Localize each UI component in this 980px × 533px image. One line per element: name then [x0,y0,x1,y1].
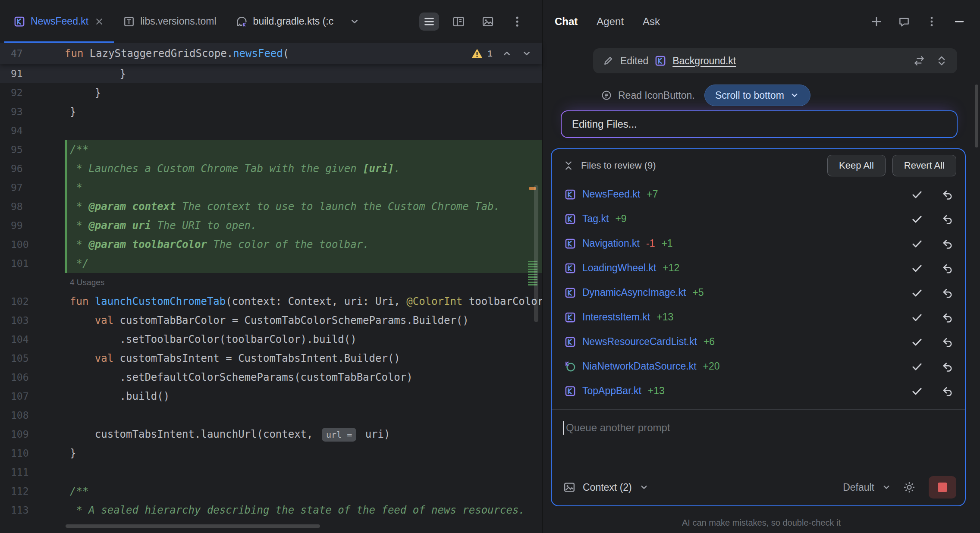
revert-file-button[interactable] [942,336,954,348]
editor-horizontal-scrollbar[interactable] [66,524,320,528]
revert-all-button[interactable]: Revert All [892,155,956,176]
sticky-code-line[interactable]: 47 fun LazyStaggeredGridScope.newsFeed( … [0,43,542,64]
expand-card-icon[interactable] [936,55,948,67]
read-file-row[interactable]: Read IconButton. [601,85,695,105]
file-row[interactable]: LoadingWheel.kt+12 [552,256,965,280]
revert-file-button[interactable] [942,385,954,397]
code-line-101[interactable]: 101 */ [0,254,542,273]
keep-file-button[interactable] [911,361,923,373]
chevron-down-icon[interactable] [639,482,649,492]
code-line-91[interactable]: 91 } [0,64,542,83]
revert-file-button[interactable] [942,238,954,250]
file-row[interactable]: NewsResourceCardList.kt+6 [552,329,965,354]
code-line-99[interactable]: 99 * @param uri The URI to open. [0,216,542,235]
file-name-link[interactable]: NiaNetworkDataSource.kt [582,361,697,372]
tab-build-gradle[interactable]: build.gradle.kts (:c [226,0,343,43]
revert-file-button[interactable] [942,361,954,373]
new-chat-icon[interactable] [870,16,883,28]
file-row[interactable]: Tag.kt+9 [552,207,965,231]
edited-file-link[interactable]: Background.kt [672,55,736,67]
code-line-100[interactable]: 100 * @param toolbarColor The color of t… [0,235,542,254]
code-line-98[interactable]: 98 * @param context The context to use t… [0,197,542,216]
file-name-link[interactable]: Tag.kt [582,213,609,225]
code-line-95[interactable]: 95/** [0,140,542,159]
usages-label[interactable]: 4 Usages [65,273,104,292]
code-line-102[interactable]: 102fun launchCustomChromeTab(context: Co… [0,292,542,311]
code-line-106[interactable]: 106 .setDefaultColorSchemeParams(customT… [0,368,542,387]
tab-agent[interactable]: Agent [597,16,624,28]
context-selector[interactable]: Context (2) [583,482,632,493]
attach-image-icon[interactable] [563,481,576,494]
keep-file-button[interactable] [911,238,923,250]
file-row[interactable]: NewsFeed.kt+7 [552,182,965,207]
code-line-109[interactable]: 109 customTabsIntent.launchUrl(context, … [0,425,542,444]
editor-vertical-scrollbar[interactable] [534,185,538,322]
keep-file-button[interactable] [911,188,923,201]
collapse-panel-icon[interactable] [563,160,574,171]
code-line-112[interactable]: 112/** [0,482,542,501]
code-line-97[interactable]: 97 * [0,178,542,197]
revert-file-button[interactable] [942,287,954,299]
tab-ask[interactable]: Ask [643,16,660,28]
revert-file-button[interactable] [942,213,954,225]
prompt-input[interactable]: Queue another prompt [552,410,965,435]
editor-list-view-button[interactable] [419,13,439,31]
tab-libs-versions[interactable]: libs.versions.toml [114,0,226,43]
keep-file-button[interactable] [911,385,923,397]
scroll-to-bottom-button[interactable]: Scroll to bottom [704,85,810,106]
file-name-link[interactable]: LoadingWheel.kt [582,262,656,274]
code-line-107[interactable]: 107 .build() [0,387,542,406]
code-line-113[interactable]: 113 * A sealed hierarchy describing the … [0,501,542,520]
code-line-105[interactable]: 105 val customTabsIntent = CustomTabsInt… [0,349,542,368]
code-line-92[interactable]: 92 } [0,83,542,102]
usages-hint[interactable]: 4 Usages [0,273,542,292]
revert-file-button[interactable] [942,188,954,201]
minimize-icon[interactable] [953,16,965,28]
file-name-link[interactable]: InterestsItem.kt [582,311,650,323]
file-name-link[interactable]: DynamicAsyncImage.kt [582,287,686,298]
chat-scrollbar[interactable] [975,85,978,147]
code-line-104[interactable]: 104 .setToolbarColor(toolbarColor).build… [0,330,542,349]
chat-more-options-icon[interactable] [926,16,938,28]
keep-file-button[interactable] [911,262,923,274]
more-options-icon[interactable] [507,13,527,31]
file-name-link[interactable]: TopAppBar.kt [582,385,641,397]
split-editor-icon[interactable] [449,13,468,31]
image-preview-icon[interactable] [478,13,498,31]
file-name-link[interactable]: NewsResourceCardList.kt [582,336,697,348]
chat-history-icon[interactable] [898,16,910,28]
keep-file-button[interactable] [911,213,923,225]
tab-chat[interactable]: Chat [555,16,578,28]
code-line-110[interactable]: 110} [0,444,542,463]
keep-file-button[interactable] [911,311,923,323]
prev-warning-icon[interactable] [501,48,512,59]
code-line-94[interactable]: 94 [0,121,542,140]
close-icon[interactable] [94,16,104,27]
revert-file-button[interactable] [942,262,954,274]
chevron-down-icon[interactable] [881,482,892,492]
stop-button[interactable] [929,476,956,499]
file-row[interactable]: TopAppBar.kt+13 [552,379,965,403]
hidden-tabs-chevron[interactable] [343,0,366,43]
settings-gear-icon[interactable] [903,481,916,494]
keep-all-button[interactable]: Keep All [827,155,886,176]
code-area[interactable]: 91 }92 }93}9495/**96 * Launches a Custom… [0,64,542,533]
file-row[interactable]: InterestsItem.kt+13 [552,305,965,329]
file-row[interactable]: DynamicAsyncImage.kt+5 [552,280,965,305]
model-selector[interactable]: Default [843,482,874,493]
show-diff-icon[interactable] [913,55,925,67]
file-name-link[interactable]: NewsFeed.kt [582,188,640,200]
file-row[interactable]: NiaNetworkDataSource.kt+20 [552,354,965,379]
file-name-link[interactable]: Navigation.kt [582,238,640,249]
keep-file-button[interactable] [911,287,923,299]
code-line-96[interactable]: 96 * Launches a Custom Chrome Tab with t… [0,159,542,178]
code-line-103[interactable]: 103 val customTabBarColor = CustomTabCol… [0,311,542,330]
keep-file-button[interactable] [911,336,923,348]
revert-file-button[interactable] [942,311,954,323]
code-line-111[interactable]: 111 [0,463,542,482]
tab-newsfeed[interactable]: NewsFeed.kt [4,0,114,43]
edited-file-card[interactable]: Edited Background.kt [593,48,957,73]
code-line-108[interactable]: 108 [0,406,542,425]
next-warning-icon[interactable] [521,48,532,59]
file-row[interactable]: Navigation.kt-1+1 [552,231,965,256]
